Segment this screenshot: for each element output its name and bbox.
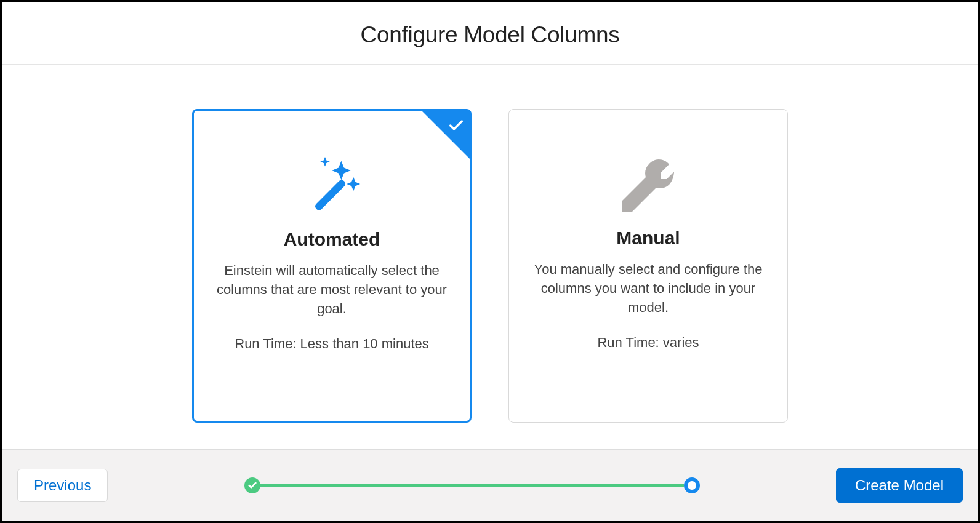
- option-title-manual: Manual: [616, 228, 680, 249]
- progress-step-complete: [244, 477, 260, 493]
- magic-wand-icon: [298, 111, 366, 229]
- previous-button[interactable]: Previous: [17, 469, 108, 502]
- page-title: Configure Model Columns: [2, 22, 978, 48]
- progress-line: [260, 484, 684, 487]
- option-description-manual: You manually select and configure the co…: [529, 260, 768, 317]
- option-runtime-automated: Run Time: Less than 10 minutes: [235, 336, 429, 352]
- option-card-automated[interactable]: Automated Einstein will automatically se…: [192, 109, 472, 423]
- svg-rect-0: [314, 178, 347, 212]
- create-model-button[interactable]: Create Model: [836, 468, 963, 503]
- option-title-automated: Automated: [284, 229, 380, 250]
- page-header: Configure Model Columns: [2, 2, 978, 65]
- option-runtime-manual: Run Time: varies: [597, 335, 699, 351]
- wrench-icon: [617, 110, 679, 228]
- option-card-manual[interactable]: Manual You manually select and configure…: [508, 109, 788, 423]
- progress-indicator: [108, 477, 836, 493]
- option-description-automated: Einstein will automatically select the c…: [214, 261, 450, 319]
- checkmark-icon: [448, 117, 465, 137]
- progress-step-current: [684, 477, 700, 493]
- wizard-footer: Previous Create Model: [2, 449, 978, 521]
- options-container: Automated Einstein will automatically se…: [2, 65, 978, 449]
